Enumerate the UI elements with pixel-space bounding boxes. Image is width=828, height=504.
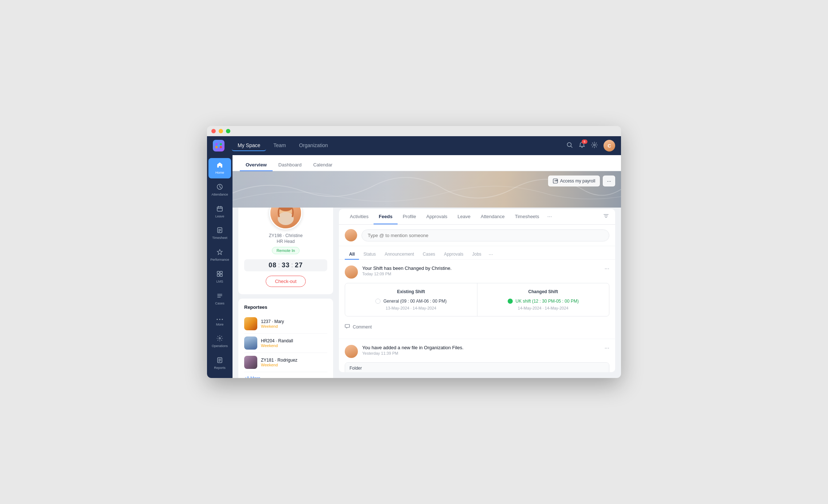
sidebar-more-label: More [216,323,224,327]
time-hours: 08 [269,261,277,269]
maximize-dot[interactable] [226,129,230,133]
top-navigation: My Space Team Organization 6 [207,136,621,155]
feed-item-menu-icon[interactable]: ··· [605,265,609,272]
filter-icon[interactable] [603,213,609,221]
sidebar-item-leave[interactable]: Leave [208,202,231,222]
search-icon[interactable] [566,142,573,150]
filter-tab-status[interactable]: Status [359,249,380,260]
filter-tab-cases[interactable]: Cases [418,249,440,260]
svg-point-5 [567,142,571,146]
tab-feeds[interactable]: Feeds [374,209,398,224]
sidebar-item-attendance[interactable]: Attendance [208,180,231,200]
mention-input[interactable] [362,229,609,241]
existing-shift-title: Existing Shift [351,289,471,294]
svg-point-2 [220,143,222,145]
tab-activities[interactable]: Activities [345,209,374,224]
time-minutes: 33 [282,261,290,269]
minimize-dot[interactable] [219,129,223,133]
filter-tab-approvals[interactable]: Approvals [440,249,468,260]
sidebar-home-label: Home [215,171,224,175]
tab-profile[interactable]: Profile [398,209,421,224]
filter-tab-announcement[interactable]: Announcement [380,249,418,260]
feed-item-header: Your Shift has been Changed by Christine… [345,265,609,279]
folder-col-header: Folder [345,363,609,372]
filter-tab-jobs[interactable]: Jobs [468,249,486,260]
mention-avatar [345,229,357,241]
tab-approvals[interactable]: Approvals [421,209,453,224]
subnav-calendar[interactable]: Calendar [307,159,338,171]
svg-point-3 [215,146,218,148]
sidebar-leave-label: Leave [215,214,224,218]
topnav-actions: 6 C [566,140,615,151]
notifications-icon[interactable]: 6 [579,142,585,150]
svg-rect-13 [220,274,222,276]
folder-table-header: Folder [345,363,609,372]
settings-icon[interactable] [591,142,598,150]
reportees-more-link[interactable]: +8 More [244,376,327,378]
svg-point-0 [217,144,220,147]
folder-table: Folder Handbook [345,362,609,372]
sidebar-performance-label: Performance [210,258,229,262]
feed-item-title: You have added a new file in Organizatio… [362,345,600,350]
app-window: My Space Team Organization 6 [207,126,621,378]
sidebar-item-reports[interactable]: Reports [208,353,231,374]
svg-point-16 [222,319,223,320]
topnav-item-organization[interactable]: Organization [293,140,333,151]
two-col-layout: ZY198 · Christine HR Head Remote In 08 :… [233,208,621,378]
feed-items-list: Your Shift has been Changed by Christine… [339,260,615,372]
tab-timesheets[interactable]: Timesheets [510,209,544,224]
reportee-avatar [244,336,257,350]
time-sep-2: : [291,261,293,269]
sidebar-item-home[interactable]: Home [208,158,231,178]
subnav: Overview Dashboard Calendar [233,155,621,171]
sidebar-cases-label: Cases [215,302,224,306]
access-payroll-button[interactable]: Access my payroll [548,176,600,186]
sidebar-item-more[interactable]: More [208,311,231,330]
sidebar-item-lms[interactable]: LMS [208,267,231,287]
tab-leave[interactable]: Leave [453,209,476,224]
banner-more-button[interactable]: ··· [603,176,615,186]
existing-shift-date: 13-May-2024 · 14-May-2024 [351,306,471,310]
tab-attendance[interactable]: Attendance [476,209,510,224]
sidebar-item-operations[interactable]: Operations [208,331,231,352]
feed-tab-bar: Activities Feeds Profile Approvals Leave… [339,209,615,225]
topnav-item-myspace[interactable]: My Space [232,140,266,151]
list-item: Your Shift has been Changed by Christine… [339,260,615,339]
tab-more-icon[interactable]: ··· [544,209,555,224]
performance-icon [216,249,223,257]
svg-rect-10 [217,271,219,273]
existing-shift-name: General (09 : 00 AM-06 : 00 PM) [383,299,446,304]
left-column: ZY198 · Christine HR Head Remote In 08 :… [238,208,333,372]
sidebar-reports-label: Reports [214,366,226,370]
notification-badge: 6 [582,139,587,144]
subnav-overview[interactable]: Overview [240,159,273,171]
reportee-status: Weekend [261,324,327,328]
feed-item-menu-icon[interactable]: ··· [605,345,609,351]
sidebar-attendance-label: Attendance [211,193,228,197]
feed-item-title: Your Shift has been Changed by Christine… [362,265,600,271]
topnav-items: My Space Team Organization [232,140,566,151]
close-dot[interactable] [211,129,216,133]
time-sep-1: : [278,261,280,269]
filter-more-icon[interactable]: ··· [486,249,496,259]
checkout-button[interactable]: Check-out [266,276,305,287]
feed-item-content: You have added a new file in Organizatio… [362,345,600,355]
svg-point-22 [278,212,294,225]
topnav-item-team[interactable]: Team [267,140,292,151]
sidebar-item-cases[interactable]: Cases [208,289,231,309]
svg-point-14 [217,319,218,320]
reportee-id-name: ZY181 · Rodriguez [261,358,327,363]
existing-shift-option: General (09 : 00 AM-06 : 00 PM) [351,299,471,304]
attendance-icon [216,184,223,192]
list-item: ZY181 · Rodriguez Weekend [244,353,327,372]
reportee-avatar [244,317,257,330]
subnav-dashboard[interactable]: Dashboard [273,159,308,171]
comment-row[interactable]: Comment [345,321,609,333]
user-avatar[interactable]: C [604,140,615,151]
reports-icon [216,357,223,365]
sidebar-item-performance[interactable]: Performance [208,245,231,265]
sidebar-operations-label: Operations [212,344,228,348]
sidebar-item-timesheet[interactable]: Timesheet [208,223,231,244]
sidebar-timesheet-label: Timesheet [212,236,227,240]
filter-tab-all[interactable]: All [345,249,359,260]
